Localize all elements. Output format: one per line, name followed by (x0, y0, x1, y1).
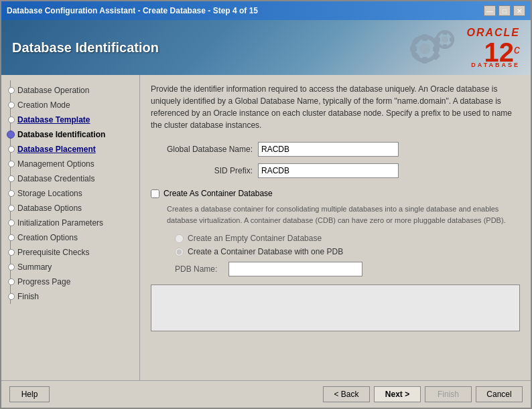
empty-container-radio[interactable] (175, 234, 184, 243)
global-db-name-input[interactable] (258, 142, 399, 157)
sid-prefix-input[interactable] (258, 163, 399, 178)
sidebar-dot (8, 278, 15, 285)
svg-rect-12 (443, 30, 447, 35)
sidebar-item-initialization-parameters[interactable]: Initialization Parameters (1, 216, 139, 230)
main-window: Database Configuration Assistant - Creat… (0, 0, 532, 409)
description-text: Provide the identifier information requi… (151, 83, 520, 131)
page-title: Database Identification (12, 40, 159, 55)
content-area: Provide the identifier information requi… (140, 75, 531, 380)
back-button[interactable]: < Back (323, 386, 370, 402)
sidebar-items-container: Database Operation Creation Mode Databas… (1, 80, 139, 304)
footer: Help < Back Next > Finish Cancel (1, 380, 531, 408)
pdb-name-label: PDB Name: (175, 264, 228, 274)
svg-rect-14 (436, 37, 440, 42)
create-container-checkbox[interactable] (151, 189, 159, 198)
footer-right: < Back Next > Finish Cancel (323, 386, 523, 402)
sidebar-dot (8, 102, 15, 108)
db-label: DATABASE (471, 62, 520, 68)
sidebar-dot (8, 220, 15, 226)
oracle-logo: ORACLE 12 c DATABASE (466, 27, 520, 68)
sidebar-dot (8, 175, 15, 182)
sidebar-item-summary[interactable]: Summary (1, 260, 139, 274)
sidebar-dot (8, 87, 15, 94)
close-button[interactable]: ✕ (513, 5, 525, 16)
sidebar-dot (8, 116, 15, 123)
cancel-button[interactable]: Cancel (476, 386, 523, 402)
radio-with-pdb-row: Create a Container Database with one PDB (175, 247, 520, 256)
body-area: Database Operation Creation Mode Databas… (1, 75, 531, 380)
sidebar-dot (8, 293, 15, 300)
minimize-button[interactable]: — (484, 5, 496, 16)
container-description: Creates a database container for consoli… (167, 203, 515, 226)
sidebar-item-creation-options[interactable]: Creation Options (1, 230, 139, 245)
svg-point-11 (442, 36, 448, 43)
header-bar: Database Identification (1, 20, 531, 75)
version-suffix: c (514, 43, 520, 57)
bottom-info-box (151, 284, 520, 331)
sidebar-item-progress-page[interactable]: Progress Page (1, 274, 139, 289)
svg-rect-5 (433, 46, 440, 52)
pdb-name-input[interactable] (228, 262, 362, 276)
container-with-pdb-radio[interactable] (175, 248, 184, 256)
finish-button[interactable]: Finish (425, 386, 472, 402)
sidebar-dot (8, 190, 15, 197)
empty-container-label: Create an Empty Container Database (188, 234, 322, 243)
sidebar-dot (8, 234, 15, 241)
container-db-checkbox-row: Create As Container Database (151, 189, 520, 198)
sidebar-item-database-placement[interactable]: Database Placement (1, 142, 139, 157)
gears-svg (405, 27, 458, 68)
help-button[interactable]: Help (9, 386, 50, 402)
sidebar-dot (8, 264, 15, 270)
svg-point-1 (419, 44, 430, 54)
sidebar-item-management-options[interactable]: Management Options (1, 157, 139, 171)
sidebar-item-finish[interactable]: Finish (1, 289, 139, 304)
sidebar-item-database-identification[interactable]: Database Identification (1, 127, 139, 142)
sidebar-item-database-operation[interactable]: Database Operation (1, 83, 139, 98)
sid-prefix-label: SID Prefix: (151, 166, 258, 175)
sidebar-item-storage-locations[interactable]: Storage Locations (1, 186, 139, 201)
create-container-label[interactable]: Create As Container Database (163, 189, 273, 198)
sidebar-dot (8, 161, 15, 167)
svg-rect-3 (422, 57, 427, 64)
sidebar-item-prerequisite-checks[interactable]: Prerequisite Checks (1, 245, 139, 260)
sidebar: Database Operation Creation Mode Databas… (1, 75, 140, 380)
svg-rect-2 (422, 34, 427, 41)
sidebar-item-creation-mode[interactable]: Creation Mode (1, 98, 139, 112)
pdb-name-row: PDB Name: (175, 262, 520, 276)
window-controls: — □ ✕ (484, 5, 525, 16)
footer-left: Help (9, 386, 50, 402)
sidebar-active-dot (7, 131, 15, 139)
title-bar: Database Configuration Assistant - Creat… (1, 1, 531, 20)
sidebar-item-database-credentials[interactable]: Database Credentials (1, 171, 139, 186)
sidebar-dot (8, 249, 15, 256)
window-title: Database Configuration Assistant - Creat… (7, 6, 258, 15)
sidebar-item-database-options[interactable]: Database Options (1, 201, 139, 216)
header-title-area: Database Identification (12, 40, 159, 56)
sidebar-dot (8, 205, 15, 212)
sid-prefix-row: SID Prefix: (151, 163, 520, 178)
main-content: Database Identification (1, 20, 531, 408)
radio-empty-container-row: Create an Empty Container Database (175, 234, 520, 243)
svg-rect-4 (410, 46, 417, 52)
global-db-name-row: Global Database Name: (151, 142, 520, 157)
container-with-pdb-label: Create a Container Database with one PDB (188, 247, 343, 256)
maximize-button[interactable]: □ (498, 5, 511, 16)
sidebar-dot (8, 146, 15, 153)
next-button[interactable]: Next > (374, 386, 421, 402)
global-db-name-label: Global Database Name: (151, 145, 258, 154)
radio-group: Create an Empty Container Database Creat… (175, 234, 520, 256)
svg-rect-13 (443, 44, 447, 49)
svg-rect-15 (450, 37, 454, 42)
gear-graphic (405, 27, 458, 68)
sidebar-item-database-template[interactable]: Database Template (1, 112, 139, 127)
